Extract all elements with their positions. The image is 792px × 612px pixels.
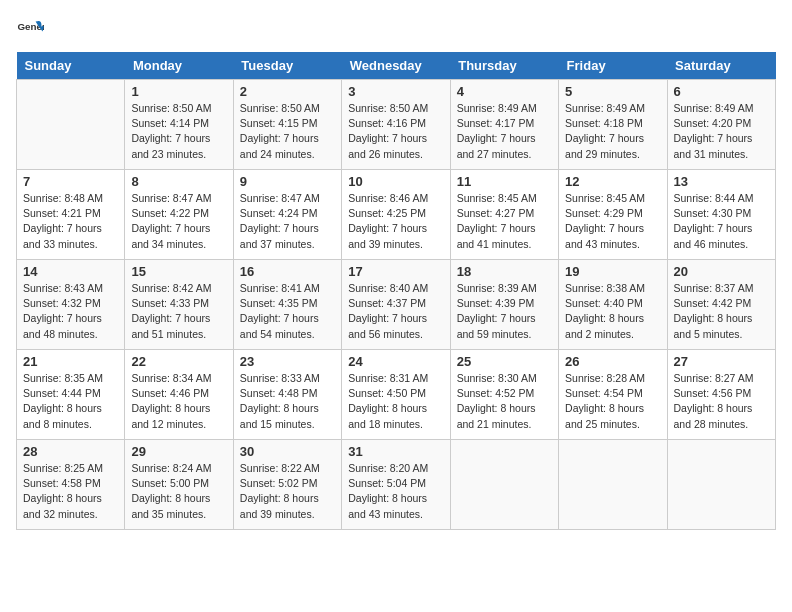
calendar-cell: 12Sunrise: 8:45 AMSunset: 4:29 PMDayligh… — [559, 170, 667, 260]
calendar-cell: 31Sunrise: 8:20 AMSunset: 5:04 PMDayligh… — [342, 440, 450, 530]
day-number: 24 — [348, 354, 443, 369]
day-info: Sunrise: 8:46 AMSunset: 4:25 PMDaylight:… — [348, 191, 443, 252]
week-row-1: 1Sunrise: 8:50 AMSunset: 4:14 PMDaylight… — [17, 80, 776, 170]
col-header-monday: Monday — [125, 52, 233, 80]
day-info: Sunrise: 8:45 AMSunset: 4:27 PMDaylight:… — [457, 191, 552, 252]
week-row-4: 21Sunrise: 8:35 AMSunset: 4:44 PMDayligh… — [17, 350, 776, 440]
calendar-cell: 21Sunrise: 8:35 AMSunset: 4:44 PMDayligh… — [17, 350, 125, 440]
col-header-sunday: Sunday — [17, 52, 125, 80]
col-header-saturday: Saturday — [667, 52, 775, 80]
day-number: 30 — [240, 444, 335, 459]
calendar-cell: 14Sunrise: 8:43 AMSunset: 4:32 PMDayligh… — [17, 260, 125, 350]
page-header: General — [16, 16, 776, 44]
day-number: 21 — [23, 354, 118, 369]
day-info: Sunrise: 8:37 AMSunset: 4:42 PMDaylight:… — [674, 281, 769, 342]
calendar-cell: 13Sunrise: 8:44 AMSunset: 4:30 PMDayligh… — [667, 170, 775, 260]
calendar-cell: 5Sunrise: 8:49 AMSunset: 4:18 PMDaylight… — [559, 80, 667, 170]
day-info: Sunrise: 8:30 AMSunset: 4:52 PMDaylight:… — [457, 371, 552, 432]
calendar-cell: 8Sunrise: 8:47 AMSunset: 4:22 PMDaylight… — [125, 170, 233, 260]
day-info: Sunrise: 8:43 AMSunset: 4:32 PMDaylight:… — [23, 281, 118, 342]
day-info: Sunrise: 8:38 AMSunset: 4:40 PMDaylight:… — [565, 281, 660, 342]
day-number: 15 — [131, 264, 226, 279]
day-info: Sunrise: 8:24 AMSunset: 5:00 PMDaylight:… — [131, 461, 226, 522]
day-number: 11 — [457, 174, 552, 189]
day-number: 9 — [240, 174, 335, 189]
day-info: Sunrise: 8:50 AMSunset: 4:15 PMDaylight:… — [240, 101, 335, 162]
day-number: 27 — [674, 354, 769, 369]
day-info: Sunrise: 8:22 AMSunset: 5:02 PMDaylight:… — [240, 461, 335, 522]
day-number: 14 — [23, 264, 118, 279]
calendar-cell: 23Sunrise: 8:33 AMSunset: 4:48 PMDayligh… — [233, 350, 341, 440]
calendar-cell: 9Sunrise: 8:47 AMSunset: 4:24 PMDaylight… — [233, 170, 341, 260]
calendar-cell: 15Sunrise: 8:42 AMSunset: 4:33 PMDayligh… — [125, 260, 233, 350]
day-number: 31 — [348, 444, 443, 459]
calendar-cell: 6Sunrise: 8:49 AMSunset: 4:20 PMDaylight… — [667, 80, 775, 170]
calendar-cell: 20Sunrise: 8:37 AMSunset: 4:42 PMDayligh… — [667, 260, 775, 350]
calendar-cell: 7Sunrise: 8:48 AMSunset: 4:21 PMDaylight… — [17, 170, 125, 260]
day-info: Sunrise: 8:39 AMSunset: 4:39 PMDaylight:… — [457, 281, 552, 342]
day-info: Sunrise: 8:49 AMSunset: 4:17 PMDaylight:… — [457, 101, 552, 162]
calendar-cell: 30Sunrise: 8:22 AMSunset: 5:02 PMDayligh… — [233, 440, 341, 530]
col-header-thursday: Thursday — [450, 52, 558, 80]
day-number: 6 — [674, 84, 769, 99]
calendar-cell: 22Sunrise: 8:34 AMSunset: 4:46 PMDayligh… — [125, 350, 233, 440]
day-info: Sunrise: 8:48 AMSunset: 4:21 PMDaylight:… — [23, 191, 118, 252]
day-number: 28 — [23, 444, 118, 459]
calendar-cell: 10Sunrise: 8:46 AMSunset: 4:25 PMDayligh… — [342, 170, 450, 260]
day-info: Sunrise: 8:31 AMSunset: 4:50 PMDaylight:… — [348, 371, 443, 432]
logo-icon: General — [16, 16, 44, 44]
col-header-wednesday: Wednesday — [342, 52, 450, 80]
calendar-cell: 17Sunrise: 8:40 AMSunset: 4:37 PMDayligh… — [342, 260, 450, 350]
day-number: 26 — [565, 354, 660, 369]
calendar-cell: 28Sunrise: 8:25 AMSunset: 4:58 PMDayligh… — [17, 440, 125, 530]
day-number: 19 — [565, 264, 660, 279]
calendar-cell: 19Sunrise: 8:38 AMSunset: 4:40 PMDayligh… — [559, 260, 667, 350]
day-number: 18 — [457, 264, 552, 279]
calendar-table: SundayMondayTuesdayWednesdayThursdayFrid… — [16, 52, 776, 530]
day-info: Sunrise: 8:41 AMSunset: 4:35 PMDaylight:… — [240, 281, 335, 342]
day-number: 3 — [348, 84, 443, 99]
calendar-cell — [17, 80, 125, 170]
day-info: Sunrise: 8:25 AMSunset: 4:58 PMDaylight:… — [23, 461, 118, 522]
day-info: Sunrise: 8:20 AMSunset: 5:04 PMDaylight:… — [348, 461, 443, 522]
calendar-cell: 2Sunrise: 8:50 AMSunset: 4:15 PMDaylight… — [233, 80, 341, 170]
week-row-3: 14Sunrise: 8:43 AMSunset: 4:32 PMDayligh… — [17, 260, 776, 350]
col-header-friday: Friday — [559, 52, 667, 80]
day-info: Sunrise: 8:47 AMSunset: 4:22 PMDaylight:… — [131, 191, 226, 252]
calendar-cell: 24Sunrise: 8:31 AMSunset: 4:50 PMDayligh… — [342, 350, 450, 440]
day-info: Sunrise: 8:50 AMSunset: 4:14 PMDaylight:… — [131, 101, 226, 162]
day-number: 4 — [457, 84, 552, 99]
day-info: Sunrise: 8:28 AMSunset: 4:54 PMDaylight:… — [565, 371, 660, 432]
day-number: 23 — [240, 354, 335, 369]
day-info: Sunrise: 8:49 AMSunset: 4:18 PMDaylight:… — [565, 101, 660, 162]
calendar-cell: 18Sunrise: 8:39 AMSunset: 4:39 PMDayligh… — [450, 260, 558, 350]
calendar-cell — [667, 440, 775, 530]
calendar-cell: 26Sunrise: 8:28 AMSunset: 4:54 PMDayligh… — [559, 350, 667, 440]
day-number: 22 — [131, 354, 226, 369]
day-info: Sunrise: 8:47 AMSunset: 4:24 PMDaylight:… — [240, 191, 335, 252]
calendar-cell: 27Sunrise: 8:27 AMSunset: 4:56 PMDayligh… — [667, 350, 775, 440]
calendar-cell: 29Sunrise: 8:24 AMSunset: 5:00 PMDayligh… — [125, 440, 233, 530]
day-info: Sunrise: 8:44 AMSunset: 4:30 PMDaylight:… — [674, 191, 769, 252]
calendar-cell: 4Sunrise: 8:49 AMSunset: 4:17 PMDaylight… — [450, 80, 558, 170]
week-row-2: 7Sunrise: 8:48 AMSunset: 4:21 PMDaylight… — [17, 170, 776, 260]
day-info: Sunrise: 8:27 AMSunset: 4:56 PMDaylight:… — [674, 371, 769, 432]
day-info: Sunrise: 8:35 AMSunset: 4:44 PMDaylight:… — [23, 371, 118, 432]
calendar-cell: 11Sunrise: 8:45 AMSunset: 4:27 PMDayligh… — [450, 170, 558, 260]
day-number: 25 — [457, 354, 552, 369]
day-number: 10 — [348, 174, 443, 189]
calendar-cell: 1Sunrise: 8:50 AMSunset: 4:14 PMDaylight… — [125, 80, 233, 170]
calendar-cell — [450, 440, 558, 530]
day-number: 7 — [23, 174, 118, 189]
col-header-tuesday: Tuesday — [233, 52, 341, 80]
week-row-5: 28Sunrise: 8:25 AMSunset: 4:58 PMDayligh… — [17, 440, 776, 530]
day-number: 16 — [240, 264, 335, 279]
logo: General — [16, 16, 48, 44]
day-info: Sunrise: 8:49 AMSunset: 4:20 PMDaylight:… — [674, 101, 769, 162]
calendar-cell: 16Sunrise: 8:41 AMSunset: 4:35 PMDayligh… — [233, 260, 341, 350]
day-number: 8 — [131, 174, 226, 189]
header-row: SundayMondayTuesdayWednesdayThursdayFrid… — [17, 52, 776, 80]
calendar-cell: 25Sunrise: 8:30 AMSunset: 4:52 PMDayligh… — [450, 350, 558, 440]
calendar-cell: 3Sunrise: 8:50 AMSunset: 4:16 PMDaylight… — [342, 80, 450, 170]
day-number: 20 — [674, 264, 769, 279]
